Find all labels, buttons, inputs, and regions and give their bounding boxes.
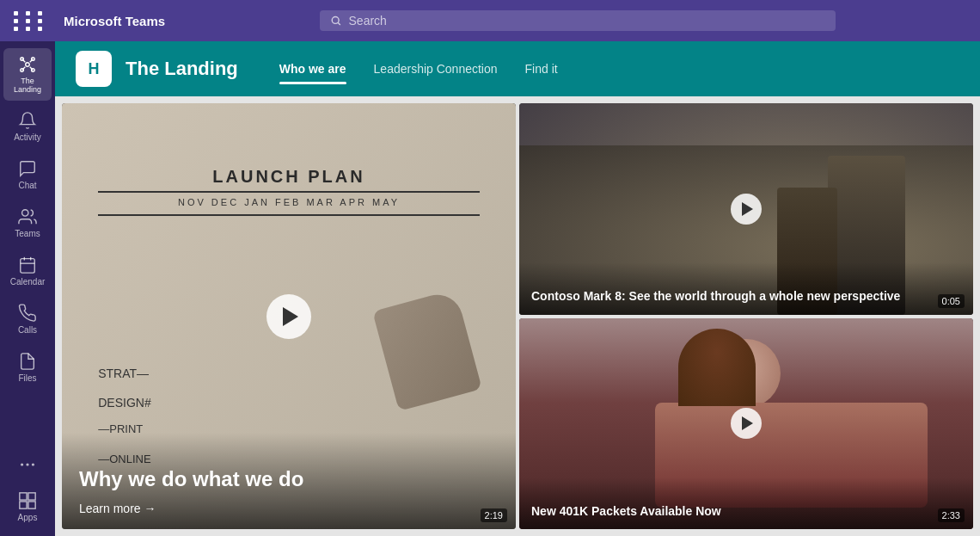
sidebar-item-label-teams: Teams [15,229,40,238]
video-main-title: Why we do what we do [79,467,499,491]
calls-icon [18,304,37,323]
svg-point-9 [21,69,24,72]
svg-rect-12 [21,259,35,274]
play-button-top-right[interactable] [731,194,762,225]
nav-item-leadership-connection[interactable]: Leadership Connection [360,55,511,83]
play-button-main[interactable] [266,294,311,339]
svg-rect-20 [28,493,35,500]
nav-item-find-it[interactable]: Find it [511,55,572,83]
learn-more-link[interactable]: Learn more → [79,502,499,515]
channel-nav: Who we are Leadership Connection Find it [266,55,572,83]
sidebar-item-activity[interactable]: Activity [3,104,52,149]
arrow-icon: → [144,502,156,515]
video-caption-bottom-right: New 401K Packets Available Now [519,477,973,529]
search-bar[interactable] [320,10,836,31]
svg-point-11 [22,210,28,216]
sidebar-item-the-landing[interactable]: The Landing [3,48,52,101]
chat-icon [18,159,37,178]
svg-point-7 [21,58,24,61]
video-caption-top-right: Contoso Mark 8: See the world through a … [519,262,973,314]
sidebar-item-label-files: Files [18,373,36,383]
sidebar-item-files[interactable]: Files [3,345,52,390]
learn-more-text: Learn more [79,502,141,515]
video-main[interactable]: LAUNCH PLAN NOV DEC JAN FEB MAR APR MAY … [62,103,516,529]
files-icon [18,352,37,371]
activity-icon [18,111,37,130]
calendar-icon [18,256,37,274]
svg-rect-22 [28,502,35,508]
more-icon [18,455,37,474]
whiteboard-design: DESIGN# [98,396,150,410]
play-button-bottom-right[interactable] [731,408,762,439]
video-caption-main: Why we do what we do Learn more → [62,433,516,529]
video-main-duration: 2:19 [481,508,507,522]
video-top-right-title: Contoso Mark 8: See the world through a … [531,288,961,304]
svg-point-2 [26,63,30,67]
sidebar-item-label-calendar: Calendar [10,277,46,286]
sidebar-item-teams[interactable]: Teams [3,200,52,245]
sidebar-item-calls[interactable]: Calls [3,297,52,342]
app-grid-icon[interactable] [10,8,50,34]
sidebar-item-more[interactable] [3,448,52,481]
svg-point-8 [32,58,35,61]
video-grid: LAUNCH PLAN NOV DEC JAN FEB MAR APR MAY … [55,96,980,536]
video-bottom-right[interactable]: New 401K Packets Available Now 2:33 [519,318,973,530]
video-top-right-duration: 0:05 [938,294,965,308]
apps-icon [18,491,37,510]
svg-point-16 [27,464,28,465]
channel-logo: H [76,51,112,87]
sidebar-item-label-chat: Chat [18,181,36,190]
whiteboard-title: LAUNCH PLAN [98,167,480,187]
sidebar-item-label-activity: Activity [14,132,41,142]
main-layout: The Landing Activity Chat Teams [0,41,980,536]
sidebar-item-label-calls: Calls [18,325,37,335]
sidebar-item-label-apps: Apps [18,513,38,522]
app-title: Microsoft Teams [64,14,165,28]
topbar: Microsoft Teams [0,0,980,41]
video-bottom-right-title: New 401K Packets Available Now [531,503,961,519]
channel-title: The Landing [126,58,238,80]
whiteboard-months: NOV DEC JAN FEB MAR APR MAY [98,197,480,207]
svg-rect-19 [20,493,27,500]
teams-icon [18,207,37,226]
channel-header: H The Landing Who we are Leadership Conn… [55,41,980,96]
nav-item-who-we-are[interactable]: Who we are [266,55,360,83]
svg-point-18 [21,464,23,465]
search-input[interactable] [349,14,826,28]
sidebar-item-apps[interactable]: Apps [3,484,52,529]
whiteboard-strat: STRAT— [98,367,149,380]
search-icon [330,15,341,27]
drone-icon [18,55,37,74]
sidebar-item-chat[interactable]: Chat [3,152,52,197]
svg-point-10 [32,69,35,72]
svg-rect-21 [20,502,27,508]
content-area: H The Landing Who we are Leadership Conn… [55,41,980,536]
svg-point-17 [33,464,34,465]
sidebar-item-label-the-landing: The Landing [7,77,48,94]
video-top-right[interactable]: Contoso Mark 8: See the world through a … [519,103,973,315]
sidebar-item-calendar[interactable]: Calendar [3,249,52,293]
video-bottom-right-duration: 2:33 [938,508,965,522]
svg-line-1 [338,23,340,25]
svg-point-0 [332,17,339,24]
sidebar: The Landing Activity Chat Teams [0,41,55,536]
